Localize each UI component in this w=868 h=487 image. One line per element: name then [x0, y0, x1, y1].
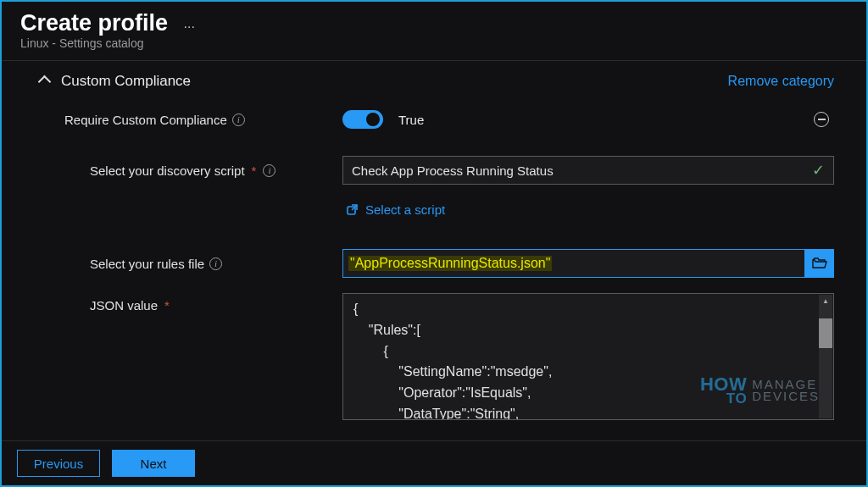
blade-header: Create profile ··· Linux - Settings cata… — [2, 2, 866, 61]
json-value-label: JSON value * — [37, 293, 342, 313]
json-value-textarea[interactable]: { "Rules":[ { "SettingName":"msedge", "O… — [342, 293, 834, 420]
more-menu-icon[interactable]: ··· — [184, 19, 195, 34]
open-link-icon — [346, 203, 359, 216]
discovery-script-dropdown[interactable]: Check App Process Running Status ✓ — [342, 156, 834, 185]
browse-file-button[interactable] — [805, 249, 834, 278]
collapse-icon[interactable] — [37, 75, 51, 88]
scrollbar[interactable]: ▲ — [819, 295, 832, 418]
rules-file-value: "AppProcessRunningStatus.json" — [348, 256, 552, 271]
previous-button[interactable]: Previous — [17, 450, 100, 477]
info-icon[interactable]: i — [263, 164, 275, 177]
next-button[interactable]: Next — [112, 450, 195, 477]
remove-setting-button[interactable] — [814, 112, 829, 127]
scroll-up-icon[interactable]: ▲ — [819, 295, 832, 307]
page-title: Create profile — [20, 10, 168, 36]
remove-category-link[interactable]: Remove category — [728, 74, 834, 89]
checkmark-icon: ✓ — [812, 161, 825, 180]
page-subtitle: Linux - Settings catalog — [20, 36, 848, 50]
info-icon[interactable]: i — [232, 113, 245, 126]
discovery-script-label: Select your discovery script * i — [37, 163, 342, 178]
wizard-footer: Previous Next — [2, 440, 866, 485]
scroll-thumb[interactable] — [819, 318, 832, 348]
rules-file-input[interactable]: "AppProcessRunningStatus.json" — [342, 249, 805, 278]
require-compliance-label: Require Custom Compliance i — [37, 113, 342, 127]
toggle-value-label: True — [398, 113, 424, 127]
select-script-link[interactable]: Select a script — [342, 202, 445, 217]
require-compliance-toggle[interactable] — [342, 110, 383, 129]
rules-file-label: Select your rules file i — [37, 257, 342, 271]
section-title: Custom Compliance — [61, 73, 191, 90]
info-icon[interactable]: i — [209, 257, 222, 270]
